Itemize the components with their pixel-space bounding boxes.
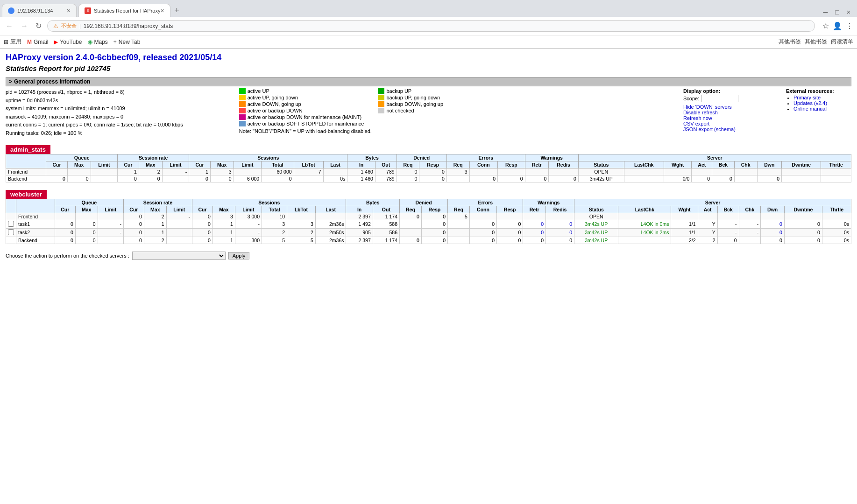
th-cb-wc (6, 199, 16, 213)
close-window-button[interactable]: × (844, 7, 853, 17)
forward-button[interactable]: → (19, 20, 30, 32)
admin-fe-dwn (757, 168, 782, 175)
th-sessions-admin: Sessions (189, 154, 347, 161)
backup-down-going-up-color (378, 101, 384, 107)
new-tab-button[interactable]: + (170, 4, 184, 17)
reload-button[interactable]: ↻ (34, 20, 43, 32)
wc-task1-lastchk: L4OK in 0ms (618, 220, 671, 228)
general-info-header[interactable]: > General process information (6, 77, 851, 86)
admin-be-dwn: 0 (757, 175, 782, 182)
wc-backend-row: Backend 0 0 0 2 0 1 300 5 5 2m36s 2 397 … (6, 237, 851, 244)
th-w-redis: Redis (549, 161, 578, 168)
th-warnings-admin: Warnings (525, 154, 578, 161)
csv-export-link[interactable]: CSV export (683, 121, 767, 126)
wc-task1-s-limit: - (235, 220, 262, 228)
legend-left: active UP active UP, going down active D… (239, 88, 364, 126)
wc-task2-cb-cell[interactable] (6, 228, 16, 237)
th-server-wc: Server (574, 199, 851, 206)
wc-task2-e-conn: 0 (469, 228, 496, 237)
wc-task1-cb-cell[interactable] (6, 220, 16, 228)
tab2-close[interactable]: × (160, 7, 164, 14)
th-wc-d-req: Req (400, 206, 422, 213)
wc-be-chk (739, 237, 761, 244)
th-q-max: Max (67, 161, 91, 168)
wc-fe-chk (739, 213, 761, 220)
wc-fe-bck (717, 213, 739, 220)
updates-link[interactable]: Updates (v2.4) (793, 100, 827, 106)
back-button[interactable]: ← (4, 20, 15, 32)
th-s-total: Total (262, 161, 294, 168)
refresh-now-link[interactable]: Refresh now (683, 115, 767, 121)
wc-task2-status: 3m42s UP (574, 228, 618, 237)
webcluster-title-bar: webcluster (6, 190, 851, 199)
bookmark-gmail[interactable]: M Gmail (27, 39, 48, 45)
th-wc-d-resp: Resp (421, 206, 447, 213)
external-resources: External resources: Primary site Updates… (786, 88, 851, 141)
wc-task2-bck: - (717, 228, 739, 237)
wc-task2-thrtle: 0s (822, 228, 851, 237)
admin-fe-w-redis (549, 168, 578, 175)
th-s-limit: Limit (234, 161, 262, 168)
wc-fe-thrtle (822, 213, 851, 220)
tab1-close[interactable]: × (67, 7, 71, 14)
th-wc-s-cur: Cur (192, 206, 212, 213)
info-line-4: maxsock = 41009; maxconn = 20480; maxpip… (6, 113, 183, 121)
star-icon[interactable]: ☆ (822, 21, 829, 30)
other-bookmarks[interactable]: 其他书签 (779, 38, 801, 46)
primary-site-link[interactable]: Primary site (793, 95, 821, 100)
admin-be-w-retr: 0 (525, 175, 549, 182)
menu-icon[interactable]: ⋮ (846, 21, 853, 30)
wc-be-wght: 2/2 (671, 237, 698, 244)
wc-task2-checkbox[interactable] (8, 229, 14, 235)
apply-button[interactable]: Apply (228, 252, 250, 259)
wc-be-bck: 0 (717, 237, 739, 244)
bookmark-youtube[interactable]: ▶ YouTube (54, 39, 82, 45)
wc-task2-w-redis: 0 (546, 228, 574, 237)
tab-2[interactable]: S Statistics Report for HAProxy × (78, 4, 170, 17)
tab1-favicon (8, 7, 14, 14)
wc-be-dwntme: 0 (784, 237, 822, 244)
disable-refresh-link[interactable]: Disable refresh (683, 110, 767, 115)
wc-task1-s-cur: 0 (192, 220, 212, 228)
admin-fe-q-max (67, 168, 91, 175)
admin-fe-sr-max: 2 (139, 168, 162, 175)
wc-fe-s-cur: 0 (192, 213, 212, 220)
active-up-going-down-label: active UP, going down (248, 95, 298, 100)
admin-fe-s-last (323, 168, 347, 175)
wc-task1-name: task1 (16, 220, 55, 228)
admin-be-d-req: 0 (397, 175, 419, 182)
admin-fe-wght (664, 168, 692, 175)
action-select[interactable]: Set state to READY Set state to DRAIN Se… (132, 252, 226, 260)
json-export-link[interactable]: JSON export (schema) (683, 126, 767, 132)
other-bookmarks-label[interactable]: 其他书签 (805, 38, 827, 46)
online-manual-link[interactable]: Online manual (793, 106, 827, 112)
wc-task1-checkbox[interactable] (8, 221, 14, 227)
tab-1[interactable]: 192.168.91.134 × (2, 4, 77, 17)
bookmark-maps[interactable]: ◉ Maps (88, 39, 108, 45)
th-wc-q-cur: Cur (55, 206, 75, 213)
active-up-label: active UP (248, 88, 269, 94)
th-name-wc (16, 199, 55, 213)
profile-icon[interactable]: 👤 (833, 21, 842, 30)
apps-icon: ⊞ (4, 39, 8, 45)
wc-task1-w-retr: 0 (523, 220, 546, 228)
hide-down-link[interactable]: Hide 'DOWN' servers (683, 104, 767, 110)
address-bar[interactable]: ⚠ 不安全 | 192.168.91.134:8189/haproxy_stat… (47, 20, 815, 32)
info-line-1: pid = 102745 (process #1, nbproc = 1, nb… (6, 88, 183, 97)
legend-active-up: active UP (239, 88, 364, 94)
reading-list[interactable]: 阅读清单 (831, 38, 853, 46)
th-wc-e-req: Req (448, 206, 470, 213)
not-checked-label: not checked (386, 108, 414, 113)
th-sv-lastchk: LastChk (624, 161, 664, 168)
minimize-button[interactable]: ─ (820, 7, 830, 17)
wc-be-b-in: 2 397 (346, 237, 373, 244)
wc-fe-act (698, 213, 717, 220)
admin-fe-s-total: 60 000 (262, 168, 294, 175)
bookmark-newtab[interactable]: + New Tab (113, 39, 141, 45)
admin-be-w-redis: 0 (549, 175, 578, 182)
restore-button[interactable]: □ (832, 7, 842, 17)
wc-task2-e-resp: 0 (497, 228, 523, 237)
wc-be-d-resp: 0 (421, 237, 447, 244)
bookmark-apps[interactable]: ⊞ 应用 (4, 38, 21, 46)
scope-input[interactable] (701, 95, 738, 102)
